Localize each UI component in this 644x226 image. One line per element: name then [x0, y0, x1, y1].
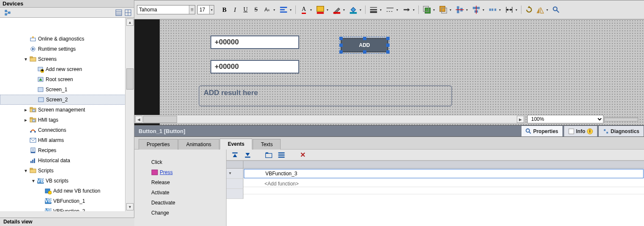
scroll-up-icon[interactable]: ▲ [126, 19, 134, 26]
collapse-icon[interactable]: ▾ [30, 178, 36, 184]
tree-item-add-new-screen[interactable]: ✦Add new screen [0, 64, 126, 74]
tree-item-add-new-vb-function[interactable]: Add new VB function [0, 186, 126, 196]
collapse-icon[interactable]: ▾ [23, 56, 29, 62]
tree-item-connections[interactable]: Connections [0, 125, 126, 135]
move-down-icon[interactable] [243, 151, 252, 159]
scroll-down-icon[interactable]: ▼ [126, 203, 134, 210]
tab-properties-right[interactable]: Properties [521, 125, 563, 136]
zoom-combo[interactable]: 100% [527, 115, 603, 123]
devices-tree[interactable]: Online & diagnosticsRuntime settings▾Scr… [0, 18, 126, 211]
bold-button[interactable]: B [220, 5, 229, 14]
font-dropdown-icon[interactable]: ☰ [189, 5, 195, 14]
line-ends-button[interactable]: ▾ [402, 5, 416, 14]
function-cell[interactable]: VBFunction_3 [244, 169, 644, 178]
line-color-button[interactable]: ▾ [332, 5, 347, 14]
tree-item-recipes[interactable]: Recipes [0, 145, 126, 155]
line-style-button[interactable]: ▾ [369, 5, 383, 14]
zoom-tool-button[interactable] [552, 5, 560, 14]
view-grid-icon[interactable] [124, 9, 132, 16]
inspector-right-tabs: Properties Info i Diagnostics [520, 125, 644, 136]
subtab-texts[interactable]: Texts [253, 139, 281, 150]
font-family-input[interactable] [137, 7, 189, 13]
scroll-left-icon[interactable]: ◀ [135, 116, 142, 123]
size-dropdown-icon[interactable]: ▾ [209, 5, 214, 14]
tab-diagnostics-right[interactable]: Diagnostics [598, 125, 644, 136]
tree-item-runtime-settings[interactable]: Runtime settings [0, 44, 126, 54]
distribute-button[interactable]: ▾ [488, 5, 502, 14]
add-button[interactable]: ADD [341, 38, 388, 52]
view-list-icon[interactable] [115, 9, 123, 16]
tree-toggle-icon[interactable] [3, 9, 12, 16]
function-row[interactable]: ▾ VBFunction_3 [226, 169, 644, 179]
text-align-button[interactable]: ▾ [279, 5, 293, 14]
spacing-button[interactable]: ▾ [505, 5, 519, 14]
tree-item-screen-management[interactable]: ▸Screen management [0, 105, 126, 115]
bg-color-button[interactable]: ▾ [316, 5, 330, 14]
subtab-animations[interactable]: Animations [178, 139, 219, 150]
tree-item-vbfunction-1[interactable]: VBVBFunction_1 [0, 196, 126, 206]
move-up-icon[interactable] [231, 151, 239, 159]
event-change[interactable]: Change [134, 208, 226, 218]
expand-icon[interactable]: ▾ [229, 171, 231, 175]
bring-front-button[interactable]: ▾ [422, 5, 437, 14]
tab-info-right[interactable]: Info i [564, 125, 598, 136]
io-field-2[interactable]: +00000 [210, 60, 299, 74]
strike-button[interactable]: S [252, 5, 260, 14]
delete-icon[interactable]: ✕ [298, 151, 307, 159]
expand-icon[interactable]: ▸ [23, 117, 29, 123]
tree-item-screen-2[interactable]: Screen_2 [0, 95, 126, 105]
subtab-events[interactable]: Events [220, 139, 252, 150]
subtab-properties[interactable]: Properties [139, 139, 178, 150]
add-function-cell[interactable]: <Add function> [243, 181, 644, 187]
tree-item-hmi-tags[interactable]: ▸HMI tags [0, 115, 126, 125]
result-text-field[interactable]: ADD result here [199, 85, 452, 106]
collapse-folder-icon[interactable] [277, 151, 286, 159]
tree-item-screen-1[interactable]: Screen_1 [0, 84, 126, 95]
expand-folder-icon[interactable] [265, 151, 273, 159]
align-h-button[interactable]: ▾ [455, 5, 469, 14]
font-size-input[interactable] [198, 7, 209, 13]
event-click[interactable]: Click [134, 157, 226, 167]
tree-vscroll[interactable]: ▲ ▼ [125, 18, 134, 211]
svg-rect-2 [8, 12, 10, 14]
hscroll-thumb[interactable] [143, 116, 177, 123]
tree-item-label: Connections [38, 127, 66, 133]
tree-item-label: Recipes [38, 147, 56, 153]
zoom-slider[interactable] [604, 117, 638, 121]
collapse-icon[interactable]: ▾ [23, 168, 29, 174]
add-function-row[interactable]: <Add function> [226, 179, 644, 189]
tree-item-vbfunction-2[interactable]: VBVBFunction_2 [0, 206, 126, 211]
io-field-1[interactable]: +00000 [210, 35, 299, 49]
font-increase-button[interactable]: A±▾ [262, 5, 277, 14]
align-v-button[interactable]: ▾ [472, 5, 486, 14]
screen-canvas[interactable]: +00000 +00000 ADD ADD result here [160, 19, 644, 128]
send-back-button[interactable]: ▾ [439, 5, 453, 14]
tree-item-root-screen[interactable]: Root screen [0, 74, 126, 84]
tree-item-historical-data[interactable]: Historical data [0, 155, 126, 166]
event-deactivate[interactable]: Deactivate [134, 198, 226, 208]
fill-color-button[interactable]: ▾ [349, 5, 363, 14]
svg-rect-38 [30, 161, 32, 163]
flip-button[interactable]: ▾ [535, 5, 550, 14]
tree-item-hmi-alarms[interactable]: HMI alarms [0, 135, 126, 145]
font-color-button[interactable]: A▾ [299, 5, 314, 14]
tree-item-online-diagnostics[interactable]: Online & diagnostics [0, 34, 126, 44]
event-release[interactable]: Release [134, 177, 226, 188]
screen-canvas-wrap: +00000 +00000 ADD ADD result here [134, 19, 644, 128]
font-size-combo[interactable]: ▾ [197, 5, 214, 14]
underline-button[interactable]: U [241, 5, 250, 14]
tree-item-vb-scripts[interactable]: ▾VBVB scripts [0, 176, 126, 186]
line-width-button[interactable]: ▾ [385, 5, 400, 14]
event-press[interactable]: Press [134, 167, 226, 177]
tree-item-scripts[interactable]: ▾Scripts [0, 166, 126, 176]
expand-icon[interactable]: ▸ [23, 107, 29, 113]
canvas-hscroll[interactable]: ◀ ▶ [134, 115, 525, 123]
scroll-right-icon[interactable]: ▶ [517, 116, 524, 123]
details-view-header[interactable]: Details view [0, 218, 134, 226]
rotate-button[interactable] [525, 5, 533, 14]
event-activate[interactable]: Activate [134, 188, 226, 198]
italic-button[interactable]: I [231, 5, 239, 14]
tree-item-screens[interactable]: ▾Screens [0, 54, 126, 64]
scroll-thumb[interactable] [126, 68, 134, 90]
font-family-combo[interactable]: ☰ [137, 5, 195, 14]
